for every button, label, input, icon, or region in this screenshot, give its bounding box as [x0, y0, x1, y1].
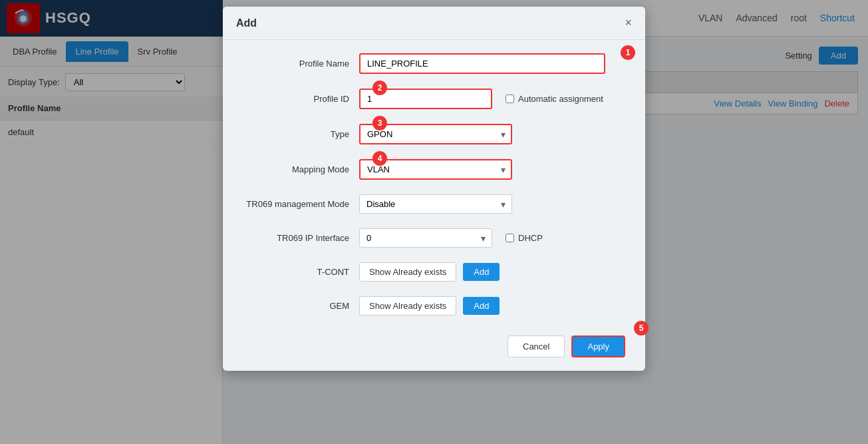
- dhcp-group: DHCP: [506, 233, 543, 243]
- tr069-ip-row: TR069 IP Interface 0 DHCP: [243, 228, 625, 248]
- tcont-show-button[interactable]: Show Already exists: [359, 262, 456, 282]
- cancel-button[interactable]: Cancel: [507, 335, 565, 357]
- type-label: Type: [243, 129, 359, 139]
- auto-assign-group: Automatic assignment: [506, 94, 603, 104]
- step-badge-1: 1: [621, 45, 635, 60]
- profile-id-label: Profile ID: [243, 94, 359, 104]
- modal-body: Profile Name 1 Profile ID Automatic assi…: [223, 40, 645, 329]
- profile-name-label: Profile Name: [243, 59, 359, 69]
- mapping-mode-label: Mapping Mode: [243, 164, 359, 174]
- gem-label: GEM: [243, 301, 359, 311]
- type-row: Type GPON EPON 10G-EPON 3: [243, 124, 625, 144]
- tcont-label: T-CONT: [243, 267, 359, 277]
- gem-show-button[interactable]: Show Already exists: [359, 296, 456, 316]
- profile-name-input[interactable]: [359, 53, 605, 74]
- dhcp-checkbox[interactable]: [506, 234, 514, 242]
- step-badge-3: 3: [372, 116, 387, 130]
- modal-footer: Cancel Apply 5: [223, 329, 645, 357]
- tr069-mode-select[interactable]: Disable Enable: [359, 194, 512, 214]
- dhcp-label[interactable]: DHCP: [518, 233, 543, 243]
- tcont-group: Show Already exists Add: [359, 262, 625, 282]
- tcont-add-button[interactable]: Add: [463, 263, 500, 281]
- profile-id-group: Automatic assignment: [359, 89, 625, 109]
- tr069-mode-row: TR069 management Mode Disable Enable: [243, 194, 625, 214]
- modal-close-button[interactable]: ×: [625, 16, 632, 30]
- step-badge-2: 2: [372, 81, 387, 95]
- gem-group: Show Already exists Add: [359, 296, 625, 316]
- profile-id-row: Profile ID Automatic assignment 2: [243, 89, 625, 109]
- modal-title: Add: [236, 17, 257, 29]
- auto-assign-label[interactable]: Automatic assignment: [518, 94, 603, 104]
- step-badge-4: 4: [372, 151, 387, 166]
- tr069-ip-label: TR069 IP Interface: [243, 233, 359, 243]
- apply-button[interactable]: Apply: [571, 335, 625, 357]
- tr069-ip-group: 0 DHCP: [359, 228, 625, 248]
- profile-name-row: Profile Name 1: [243, 53, 625, 74]
- gem-row: GEM Show Already exists Add: [243, 296, 625, 316]
- auto-assign-checkbox[interactable]: [506, 95, 514, 103]
- add-modal: Add × Profile Name 1 Profile ID Automati…: [223, 7, 645, 371]
- modal-header: Add ×: [223, 7, 645, 40]
- gem-add-button[interactable]: Add: [463, 297, 500, 315]
- mapping-mode-row: Mapping Mode VLAN GEM Port 4: [243, 159, 625, 180]
- tcont-row: T-CONT Show Already exists Add: [243, 262, 625, 282]
- step-badge-5: 5: [634, 321, 649, 335]
- tr069-mode-label: TR069 management Mode: [243, 199, 359, 209]
- tr069-ip-select[interactable]: 0: [359, 228, 492, 248]
